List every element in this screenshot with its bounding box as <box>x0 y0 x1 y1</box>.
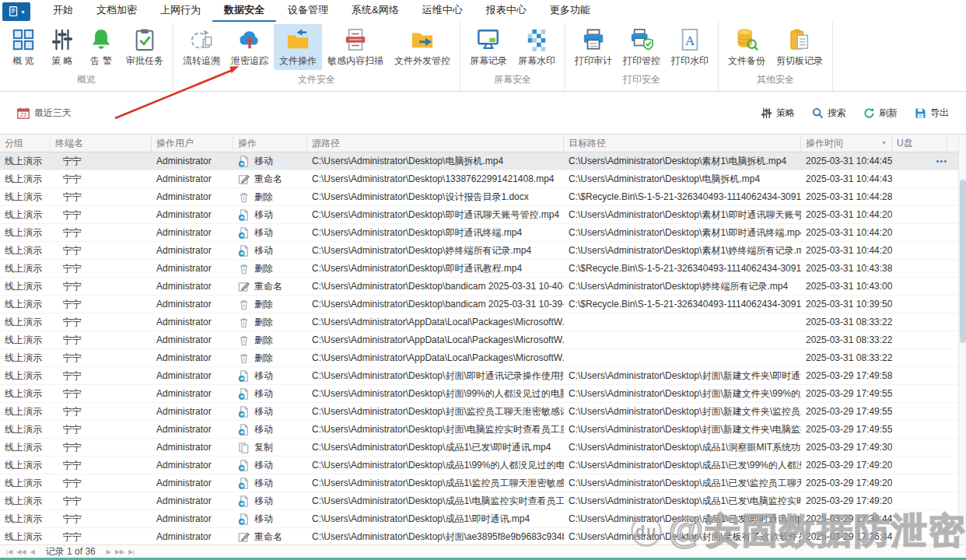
menu-tab-2[interactable]: 上网行为 <box>149 0 212 22</box>
ribbon-item-folder-return[interactable]: 文件操作 <box>274 24 322 70</box>
ribbon-item-monitor[interactable]: 屏幕记录 <box>464 24 513 70</box>
table-row[interactable]: 线上演示宁宁Administrator移动C:\Users\Administra… <box>0 242 958 260</box>
cell-operation: 移动 <box>233 474 307 492</box>
ribbon-item-clipboard-doc[interactable]: 剪切板记录 <box>771 24 828 70</box>
ribbon-item-db-search[interactable]: 文件备份 <box>723 24 771 70</box>
row-actions-button[interactable]: ••• <box>936 152 947 170</box>
cell-spacer <box>947 457 958 474</box>
menu-tab-0[interactable]: 开始 <box>41 0 85 22</box>
cell-group: 线上演示 <box>0 367 51 385</box>
refresh-button[interactable]: 刷新 <box>863 107 898 120</box>
cell-time: 2025-03-31 10:43:38 <box>801 260 892 278</box>
table-row[interactable]: 线上演示宁宁Administrator移动C:\Users\Administra… <box>0 367 958 385</box>
cell-source-path: C:\Users\Administrator\Desktop\成品1\即时通讯.… <box>307 510 564 528</box>
cell-terminal: 宁宁 <box>51 170 152 188</box>
ribbon-item-printer-shield[interactable]: 打印管控 <box>618 24 666 70</box>
table-row[interactable]: 线上演示宁宁Administrator删除C:\Users\Administra… <box>0 296 958 313</box>
menu-tab-3[interactable]: 数据安全 <box>212 0 276 22</box>
table-row[interactable]: 线上演示宁宁Administrator移动C:\Users\Administra… <box>0 474 958 492</box>
pager-next-button[interactable]: ▶ <box>107 548 111 555</box>
ribbon-item-printer[interactable]: 打印审计 <box>569 24 618 70</box>
ribbon-item-cloud-up[interactable]: 泄密追踪 <box>226 24 274 70</box>
column-header-group[interactable]: 分组 <box>0 135 51 152</box>
cell-time: 2025-03-31 08:33:22 <box>801 331 892 349</box>
ribbon-item-doc-a[interactable]: A打印水印 <box>666 24 714 70</box>
ribbon-item-doc-scan[interactable]: 敏感内容扫描 <box>322 24 389 70</box>
cell-usb <box>892 278 947 296</box>
move-icon <box>238 209 250 221</box>
menu-tab-7[interactable]: 报表中心 <box>474 0 538 22</box>
cell-target-path: C:\Users\Administrator\Desktop\素材1\即时通讯聊… <box>564 206 801 224</box>
cell-target-path: C:\Users\Administrator\Desktop\成品1\洞察眼MI… <box>564 439 801 457</box>
cell-operation: 删除 <box>233 349 307 367</box>
table-row[interactable]: 线上演示宁宁Administrator重命名C:\Users\Administr… <box>0 278 958 296</box>
menu-tab-4[interactable]: 设备管理 <box>276 0 340 22</box>
table-row[interactable]: 线上演示宁宁Administrator重命名C:\Users\Administr… <box>0 528 958 546</box>
table-row[interactable]: 线上演示宁宁Administrator移动C:\Users\Administra… <box>0 385 958 403</box>
menu-tab-8[interactable]: 更多功能 <box>538 0 602 22</box>
table-row[interactable]: 线上演示宁宁Administrator删除C:\Users\Administra… <box>0 260 958 278</box>
ribbon-item-folder-out[interactable]: 文件外发管控 <box>389 24 456 70</box>
export-button[interactable]: 导出 <box>915 107 949 120</box>
policy-button[interactable]: 策略 <box>761 107 795 120</box>
ribbon-item-grid[interactable]: 概 览 <box>4 24 43 70</box>
ribbon-item-label: 屏幕记录 <box>470 54 507 68</box>
cell-user: Administrator <box>152 313 233 331</box>
move-icon <box>238 388 250 400</box>
column-header-source-path[interactable]: 源路径 <box>307 135 564 152</box>
ribbon-item-bell[interactable]: 告 警 <box>82 24 121 70</box>
cell-group: 线上演示 <box>0 170 51 188</box>
cycle-icon <box>189 27 214 52</box>
column-header-usb[interactable]: U盘 <box>892 135 947 152</box>
table-row[interactable]: 线上演示宁宁Administrator移动C:\Users\Administra… <box>0 421 958 439</box>
ribbon-item-label: 打印水印 <box>671 54 709 68</box>
column-header-terminal[interactable]: 终端名 <box>51 135 152 152</box>
column-header-time[interactable]: 操作时间 ▼ <box>801 135 892 152</box>
ribbon-item-clipboard-check[interactable]: 审批任务 <box>121 24 169 70</box>
menu-tab-1[interactable]: 文档加密 <box>85 0 149 22</box>
menu-tab-6[interactable]: 运维中心 <box>411 0 474 22</box>
search-button[interactable]: 搜索 <box>812 107 846 120</box>
filter-dropdown-icon[interactable]: ▼ <box>881 135 887 152</box>
cell-spacer <box>947 349 958 367</box>
table-row[interactable]: 线上演示宁宁Administrator删除C:\Users\Administra… <box>0 188 958 206</box>
vertical-scrollbar[interactable] <box>958 134 966 544</box>
ribbon-item-sliders[interactable]: 策 略 <box>43 24 82 70</box>
cell-operation: 移动 <box>233 403 307 421</box>
cell-time: 2025-03-31 10:44:20 <box>801 242 892 260</box>
ribbon-item-cycle[interactable]: 流转追溯 <box>177 24 226 70</box>
cell-source-path: C:\Users\Administrator\Desktop\即时通讯终端.mp… <box>307 224 564 242</box>
table-row[interactable]: 线上演示宁宁Administrator删除C:\Users\Administra… <box>0 349 958 367</box>
table-row[interactable]: 线上演示宁宁Administrator移动C:\Users\Administra… <box>0 206 958 224</box>
table-row[interactable]: 线上演示宁宁Administrator移动C:\Users\Administra… <box>0 457 958 474</box>
pager-first-button[interactable]: |◀ <box>6 548 12 555</box>
pager-last-button[interactable]: ▶| <box>128 548 135 555</box>
table-row[interactable]: 线上演示宁宁Administrator删除C:\Users\Administra… <box>0 313 958 331</box>
app-menu-button[interactable]: ▾ <box>2 2 30 21</box>
toolbar-actions: 策略 搜索 刷新 导出 <box>761 107 949 120</box>
table-row[interactable]: 线上演示宁宁Administrator删除C:\Users\Administra… <box>0 331 958 349</box>
clipboard-doc-icon <box>787 27 812 52</box>
table-row[interactable]: 线上演示宁宁Administrator移动C:\Users\Administra… <box>0 492 958 510</box>
cell-user: Administrator <box>152 152 233 170</box>
table-row[interactable]: 线上演示宁宁Administrator移动C:\Users\Administra… <box>0 152 958 170</box>
date-filter-button[interactable]: 23 最近三天 <box>17 107 72 120</box>
table-row[interactable]: 线上演示宁宁Administrator移动C:\Users\Administra… <box>0 403 958 421</box>
table-row[interactable]: 线上演示宁宁Administrator移动C:\Users\Administra… <box>0 224 958 242</box>
column-header-operation[interactable]: 操作 <box>233 135 307 152</box>
menu-tab-5[interactable]: 系统&网络 <box>340 0 411 22</box>
ribbon-item-pixels[interactable]: 屏幕水印 <box>513 24 561 70</box>
table-row[interactable]: 线上演示宁宁Administrator复制C:\Users\Administra… <box>0 439 958 457</box>
column-header-user[interactable]: 操作用户 <box>152 135 233 152</box>
table-row[interactable]: 线上演示宁宁Administrator移动C:\Users\Administra… <box>0 510 958 528</box>
cell-source-path: C:\Users\Administrator\Desktop\133876229… <box>307 170 564 188</box>
pager-next-page-button[interactable]: ▶▶ <box>115 548 124 555</box>
table-row[interactable]: 线上演示宁宁Administrator重命名C:\Users\Administr… <box>0 170 958 188</box>
ribbon-item-label: 泄密追踪 <box>231 54 268 68</box>
pager-prev-page-button[interactable]: ◀◀ <box>16 548 26 555</box>
cell-group: 线上演示 <box>0 188 51 206</box>
pager-prev-button[interactable]: ◀ <box>30 548 35 555</box>
scrollbar-thumb[interactable] <box>960 180 966 343</box>
time-header-label: 操作时间 <box>806 135 843 152</box>
column-header-target-path[interactable]: 目标路径 <box>564 135 801 152</box>
